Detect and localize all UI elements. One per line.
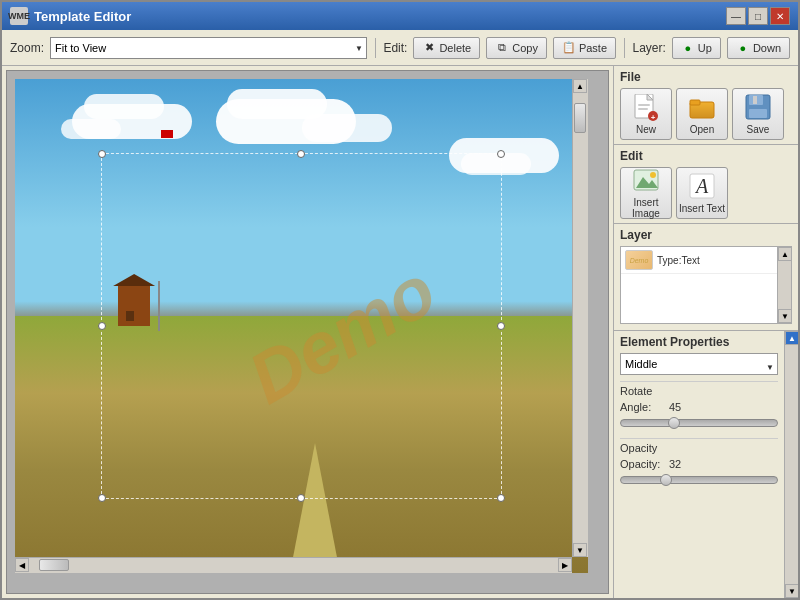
insert-image-icon (632, 167, 660, 195)
edit-buttons: Insert Image A Insert Text (620, 167, 792, 219)
save-button[interactable]: Save (732, 88, 784, 140)
minimize-button[interactable]: — (726, 7, 746, 25)
svg-rect-3 (638, 108, 648, 110)
down-icon: ● (736, 41, 750, 55)
insert-image-button[interactable]: Insert Image (620, 167, 672, 219)
scroll-down-btn[interactable]: ▼ (573, 543, 587, 557)
opacity-section: Opacity Opacity: 32 (620, 438, 778, 489)
opacity-slider[interactable] (620, 476, 778, 484)
title-bar: WME Template Editor — □ ✕ (2, 2, 798, 30)
main-area: Demo ▲ (2, 66, 798, 598)
zoom-label: Zoom: (10, 41, 44, 55)
layer-thumbnail: Demo (625, 250, 653, 270)
scroll-thumb-v[interactable] (574, 103, 586, 133)
angle-slider-thumb[interactable] (668, 417, 680, 429)
cloud-6 (302, 114, 392, 142)
handle-tl[interactable] (98, 150, 106, 158)
layer-down-button[interactable]: ● Down (727, 37, 790, 59)
file-section: File + (614, 66, 798, 145)
zoom-select[interactable]: Fit to View 50% 75% 100% 150% 200% (50, 37, 367, 59)
scroll-left-btn[interactable]: ◀ (15, 558, 29, 572)
main-window: WME Template Editor — □ ✕ Zoom: Fit to V… (0, 0, 800, 600)
alignment-select[interactable]: Middle Top Bottom (620, 353, 778, 375)
handle-tr[interactable] (497, 150, 505, 158)
delete-icon: ✖ (422, 41, 436, 55)
layer-scrollbar: ▲ ▼ (778, 246, 792, 324)
opacity-value: 32 (669, 458, 681, 470)
rotate-title: Rotate (620, 385, 778, 397)
open-icon (688, 94, 716, 122)
scroll-up-btn[interactable]: ▲ (573, 79, 587, 93)
handle-br[interactable] (497, 494, 505, 502)
canvas-area[interactable]: Demo ▲ (6, 70, 609, 594)
cloud-2 (84, 94, 164, 119)
layer-section-title: Layer (620, 228, 792, 242)
ep-scroll-down[interactable]: ▼ (785, 584, 798, 598)
window-controls: — □ ✕ (726, 7, 790, 25)
insert-image-label: Insert Image (621, 197, 671, 219)
file-section-title: File (620, 70, 792, 84)
angle-row: Angle: 45 (620, 401, 778, 413)
ep-title: Element Properties (620, 335, 778, 349)
scroll-track-h (29, 558, 558, 573)
open-label: Open (690, 124, 714, 135)
ep-scroll-up[interactable]: ▲ (785, 331, 798, 345)
close-button[interactable]: ✕ (770, 7, 790, 25)
handle-tc[interactable] (297, 150, 305, 158)
handle-bl[interactable] (98, 494, 106, 502)
cloud-3 (61, 119, 121, 139)
paste-button[interactable]: 📋 Paste (553, 37, 616, 59)
canvas-scrollbar-v[interactable]: ▲ ▼ (572, 79, 588, 557)
app-icon: WME (10, 7, 28, 25)
image-canvas: Demo ▲ (15, 79, 588, 573)
layer-list-container: Demo Type:Text ▲ ▼ (620, 246, 792, 324)
new-label: New (636, 124, 656, 135)
handle-ml[interactable] (98, 322, 106, 330)
up-icon: ● (681, 41, 695, 55)
landscape-image: Demo (15, 79, 588, 573)
scroll-thumb-h[interactable] (39, 559, 69, 571)
layer-scroll-track (778, 261, 791, 309)
canvas-scrollbar-h[interactable]: ◀ ▶ (15, 557, 572, 573)
zoom-select-wrapper: Fit to View 50% 75% 100% 150% 200% (50, 37, 367, 59)
scroll-right-btn[interactable]: ▶ (558, 558, 572, 572)
layer-list: Demo Type:Text (620, 246, 778, 324)
copy-icon: ⧉ (495, 41, 509, 55)
window-title: Template Editor (34, 9, 131, 24)
toolbar: Zoom: Fit to View 50% 75% 100% 150% 200%… (2, 30, 798, 66)
new-icon: + (632, 94, 660, 122)
insert-text-label: Insert Text (679, 203, 725, 214)
ep-scrollbar: ▲ ▼ (784, 331, 798, 598)
opacity-slider-thumb[interactable] (660, 474, 672, 486)
svg-text:A: A (694, 175, 709, 197)
copy-button[interactable]: ⧉ Copy (486, 37, 547, 59)
edit-label: Edit: (383, 41, 407, 55)
edit-section-title: Edit (620, 149, 792, 163)
delete-button[interactable]: ✖ Delete (413, 37, 480, 59)
new-button[interactable]: + New (620, 88, 672, 140)
layer-scroll-up[interactable]: ▲ (778, 247, 792, 261)
handle-mr[interactable] (497, 322, 505, 330)
angle-slider[interactable] (620, 419, 778, 427)
open-button[interactable]: Open (676, 88, 728, 140)
layer-scroll-down[interactable]: ▼ (778, 309, 792, 323)
ep-content: Element Properties Middle Top Bottom Rot… (614, 331, 784, 598)
insert-text-icon: A (688, 173, 716, 201)
ep-scroll-track (785, 345, 798, 584)
save-icon (744, 94, 772, 122)
opacity-slider-row (620, 474, 778, 486)
list-item[interactable]: Demo Type:Text (621, 247, 777, 274)
maximize-button[interactable]: □ (748, 7, 768, 25)
svg-rect-11 (753, 96, 757, 104)
svg-point-15 (650, 172, 656, 178)
angle-label: Angle: (620, 401, 665, 413)
layer-label: Layer: (632, 41, 665, 55)
opacity-title: Opacity (620, 442, 778, 454)
layer-up-button[interactable]: ● Up (672, 37, 721, 59)
layer-section: Layer Demo Type:Text ▲ ▼ (614, 224, 798, 331)
svg-text:+: + (651, 113, 656, 122)
element-properties-section: Element Properties Middle Top Bottom Rot… (614, 331, 798, 598)
insert-text-button[interactable]: A Insert Text (676, 167, 728, 219)
angle-slider-row (620, 417, 778, 429)
handle-bc[interactable] (297, 494, 305, 502)
